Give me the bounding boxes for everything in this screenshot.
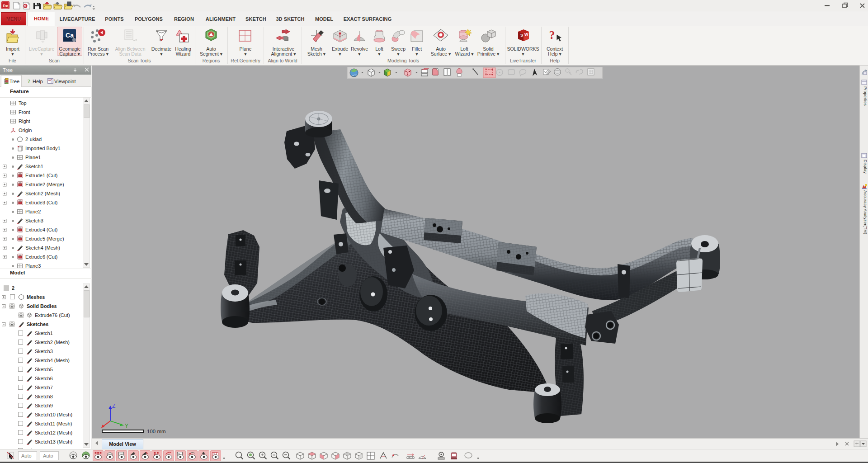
svg-text:100 mm: 100 mm xyxy=(147,429,166,434)
svg-text:Y: Y xyxy=(125,423,128,429)
svg-text:?: ? xyxy=(549,28,555,42)
svg-text:?: ? xyxy=(28,78,31,84)
svg-text:Z: Z xyxy=(112,403,115,409)
svg-text:Dx: Dx xyxy=(3,4,8,8)
svg-text:W: W xyxy=(524,32,528,37)
svg-text:Ca: Ca xyxy=(66,32,74,39)
svg-text:S: S xyxy=(520,33,523,38)
